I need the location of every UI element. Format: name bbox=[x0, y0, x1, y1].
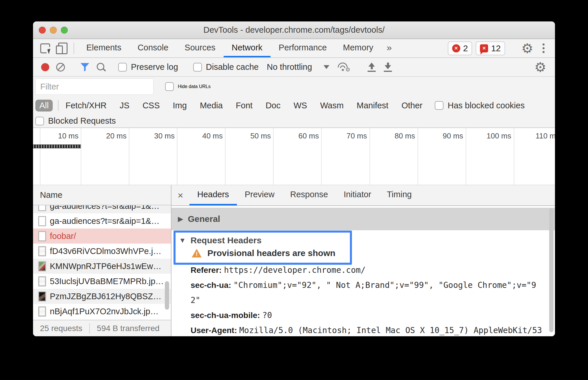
issues-badge[interactable]: × 12 bbox=[476, 41, 505, 55]
table-row[interactable]: nBjAqf1PuX7O2nvJbJck.jp… bbox=[33, 304, 171, 319]
disable-cache-checkbox[interactable] bbox=[193, 63, 202, 72]
blocked-requests-row: Blocked Requests bbox=[33, 114, 555, 127]
request-type-filters: All Fetch/XHR JS CSS Img Media Font Doc … bbox=[33, 96, 555, 114]
tab-preview[interactable]: Preview bbox=[237, 185, 282, 205]
tab-performance[interactable]: Performance bbox=[271, 39, 335, 57]
error-badge[interactable]: × 2 bbox=[448, 41, 472, 55]
filter-input[interactable] bbox=[35, 78, 154, 95]
request-name: foobar/ bbox=[50, 231, 76, 241]
settings-gear-icon[interactable]: ⚙ bbox=[521, 42, 533, 55]
issues-icon: × bbox=[480, 44, 488, 52]
blocked-requests-checkbox[interactable] bbox=[35, 117, 44, 125]
name-column-header[interactable]: Name bbox=[33, 185, 171, 205]
request-name: KMNWpnRJTP6eHJs1wEw… bbox=[50, 262, 161, 271]
import-har-button[interactable] bbox=[368, 63, 376, 72]
record-network-log-button[interactable] bbox=[41, 63, 49, 71]
tab-memory[interactable]: Memory bbox=[335, 39, 381, 57]
table-row[interactable]: ga-audiences?t=sr&aip=1&… bbox=[33, 213, 171, 229]
window-title: DevTools - developer.chrome.com/tags/dev… bbox=[203, 25, 384, 35]
has-blocked-cookies-checkbox[interactable] bbox=[435, 101, 443, 110]
network-conditions-icon[interactable]: ⚙ bbox=[337, 61, 350, 73]
tab-console[interactable]: Console bbox=[129, 39, 176, 57]
table-row[interactable]: fD43v6RiVCDlmo3WhVPe.j… bbox=[33, 244, 171, 259]
hide-data-urls-checkbox[interactable] bbox=[165, 82, 174, 91]
chip-wasm[interactable]: Wasm bbox=[318, 100, 345, 111]
table-row[interactable]: 53IuclsjUVBaBME7MPRb.jp… bbox=[33, 274, 171, 289]
request-name: PzmJZBgZBJ612Hy8QBSZ… bbox=[50, 292, 161, 301]
blocked-requests-label: Blocked Requests bbox=[48, 116, 116, 126]
export-har-button[interactable] bbox=[384, 63, 392, 72]
request-list-scrollbar[interactable] bbox=[165, 281, 169, 310]
request-count: 25 requests bbox=[40, 324, 82, 333]
tab-timing[interactable]: Timing bbox=[379, 185, 419, 205]
tab-sources[interactable]: Sources bbox=[176, 39, 223, 57]
close-details-button[interactable]: × bbox=[171, 185, 189, 205]
clear-network-log-icon[interactable] bbox=[56, 63, 65, 72]
request-headers-list: Referer: https://developer.chrome.com/ s… bbox=[191, 263, 542, 336]
image-thumbnail bbox=[38, 306, 46, 317]
details-tabbar: × Headers Preview Response Initiator Tim… bbox=[171, 185, 555, 206]
tab-response[interactable]: Response bbox=[282, 185, 336, 205]
divider bbox=[58, 100, 59, 111]
traffic-lights bbox=[39, 21, 68, 39]
chip-fetch-xhr[interactable]: Fetch/XHR bbox=[64, 100, 108, 111]
header-line-referer: Referer: https://developer.chrome.com/ bbox=[191, 263, 542, 278]
table-row-clipped[interactable]: ga-audiences?t=sr&aip=1&… bbox=[33, 205, 171, 213]
tab-initiator[interactable]: Initiator bbox=[336, 185, 379, 205]
network-toolbar: Preserve log Disable cache No throttling… bbox=[33, 58, 555, 77]
filter-icon[interactable] bbox=[81, 63, 89, 72]
general-section-header[interactable]: ▶ General bbox=[171, 208, 555, 230]
network-overview-timeline[interactable]: 10 ms 20 ms 30 ms 40 ms 50 ms 60 ms 70 m… bbox=[33, 127, 555, 185]
preserve-log-label: Preserve log bbox=[131, 62, 178, 72]
warning-icon: ! bbox=[192, 249, 202, 257]
chip-css[interactable]: CSS bbox=[141, 100, 162, 111]
error-icon: × bbox=[452, 44, 460, 52]
request-details-panel: × Headers Preview Response Initiator Tim… bbox=[171, 185, 555, 336]
image-thumbnail bbox=[38, 246, 46, 256]
tab-headers[interactable]: Headers bbox=[189, 185, 237, 205]
toggle-device-toolbar-button[interactable] bbox=[53, 41, 70, 56]
header-line-sec-ch-ua: sec-ch-ua: "Chromium";v="92", " Not A;Br… bbox=[191, 278, 540, 308]
chip-font[interactable]: Font bbox=[234, 100, 254, 111]
chip-media[interactable]: Media bbox=[198, 100, 224, 111]
tab-network[interactable]: Network bbox=[224, 39, 271, 57]
more-options-icon[interactable] bbox=[543, 43, 545, 53]
chip-js[interactable]: JS bbox=[118, 100, 131, 111]
inspect-element-button[interactable] bbox=[37, 41, 53, 56]
divider bbox=[89, 323, 90, 334]
device-toolbar-icon bbox=[55, 43, 67, 54]
header-line-sec-ch-ua-mobile: sec-ch-ua-mobile: ?0 bbox=[191, 308, 542, 323]
chip-manifest[interactable]: Manifest bbox=[355, 100, 390, 111]
close-window-button[interactable] bbox=[39, 27, 46, 34]
header-line-user-agent: User-Agent: Mozilla/5.0 (Macintosh; Inte… bbox=[191, 323, 542, 336]
chip-all[interactable]: All bbox=[35, 100, 53, 112]
devtools-tabbar: Elements Console Sources Network Perform… bbox=[33, 39, 555, 58]
ruler-tick: 10 ms bbox=[33, 131, 78, 140]
chip-doc[interactable]: Doc bbox=[264, 100, 282, 111]
ruler-tick: 30 ms bbox=[128, 131, 175, 140]
details-scrollbar[interactable] bbox=[549, 208, 554, 332]
preserve-log-checkbox[interactable] bbox=[118, 63, 127, 72]
request-name: nBjAqf1PuX7O2nvJbJck.jp… bbox=[50, 307, 159, 316]
table-row-error[interactable]: foobar/ bbox=[33, 229, 171, 244]
chip-other[interactable]: Other bbox=[400, 100, 424, 111]
ruler-tick: 110 ms bbox=[513, 131, 555, 140]
chip-img[interactable]: Img bbox=[171, 100, 189, 111]
table-row[interactable]: KMNWpnRJTP6eHJs1wEw… bbox=[33, 259, 171, 274]
more-tabs-button[interactable]: » bbox=[381, 39, 397, 57]
search-icon[interactable] bbox=[96, 62, 106, 72]
request-headers-section-header[interactable]: ▼ Request Headers bbox=[179, 235, 350, 245]
chip-ws[interactable]: WS bbox=[292, 100, 309, 111]
tab-elements[interactable]: Elements bbox=[78, 39, 129, 57]
table-row[interactable]: PzmJZBgZBJ612Hy8QBSZ… bbox=[33, 289, 171, 304]
ruler-tick: 70 ms bbox=[321, 131, 367, 140]
throttling-select[interactable]: No throttling bbox=[267, 62, 337, 72]
ruler-tick: 50 ms bbox=[224, 131, 271, 140]
network-settings-gear-icon[interactable]: ⚙ bbox=[534, 61, 546, 74]
minimize-window-button[interactable] bbox=[50, 27, 57, 34]
request-name: fD43v6RiVCDlmo3WhVPe.j… bbox=[50, 246, 161, 256]
document-icon bbox=[38, 231, 46, 241]
zoom-window-button[interactable] bbox=[61, 27, 68, 34]
image-thumbnail bbox=[38, 261, 46, 271]
devtools-window: DevTools - developer.chrome.com/tags/dev… bbox=[33, 21, 555, 336]
